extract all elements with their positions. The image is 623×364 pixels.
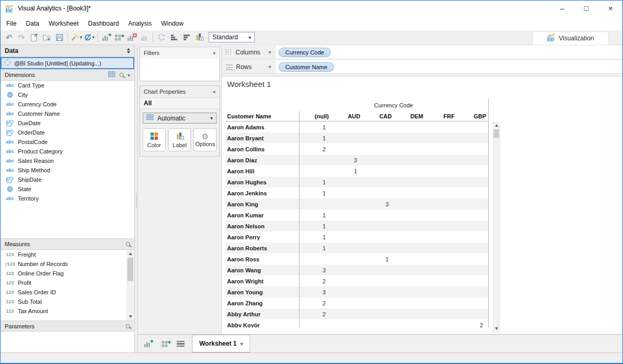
toolbar-undo-button[interactable]: ↶ (3, 31, 15, 43)
table-cell[interactable] (457, 220, 488, 231)
table-cell[interactable] (425, 308, 457, 319)
table-row[interactable]: Aaron Zhang2 (225, 297, 489, 308)
table-cell[interactable] (425, 275, 457, 286)
scrollbar-thumb[interactable] (493, 129, 499, 138)
toolbar-highlight-label-button[interactable] (194, 31, 205, 43)
table-cell[interactable] (394, 209, 425, 220)
table-cell[interactable] (331, 209, 362, 220)
table-cell[interactable] (331, 286, 362, 297)
table-row[interactable]: Aaron Hill1 (225, 166, 489, 177)
table-cell[interactable] (362, 297, 394, 308)
table-cell[interactable] (362, 177, 394, 187)
field-number-of-records[interactable]: ƒ123Number of Records (1, 259, 134, 269)
table-cell[interactable] (362, 286, 394, 297)
field-card-type[interactable]: abcCard Type (1, 81, 134, 90)
table-cell[interactable] (425, 264, 457, 275)
table-cell[interactable] (331, 122, 362, 133)
chevron-down-icon[interactable]: ▾ (127, 72, 130, 78)
table-cell[interactable] (394, 242, 425, 253)
table-cell[interactable] (362, 144, 394, 155)
table-cell[interactable] (457, 177, 488, 187)
pill-currency-code[interactable]: Currency Code (278, 48, 331, 57)
panel-splitter[interactable] (134, 45, 138, 352)
table-cell[interactable] (425, 297, 457, 308)
toolbar-save-button[interactable] (53, 31, 65, 43)
search-icon[interactable] (126, 242, 130, 246)
mark-type-select[interactable]: Automatic ▾ (143, 113, 217, 124)
table-cell[interactable] (457, 122, 488, 133)
toolbar-new-worksheet-button[interactable] (101, 31, 112, 43)
table-cell[interactable]: 1 (299, 242, 331, 253)
toolbar-duplicate-sheet-button[interactable] (138, 31, 150, 43)
field-sales-reason[interactable]: abcSales Reason (1, 156, 134, 166)
table-cell[interactable] (394, 220, 425, 231)
table-cell[interactable] (394, 187, 425, 198)
sort-updown-icon[interactable] (127, 48, 130, 53)
menu-window[interactable]: Window (156, 18, 188, 29)
table-cell[interactable] (457, 275, 488, 286)
table-cell[interactable] (394, 144, 425, 155)
table-row[interactable]: Abby Koyör2 (225, 319, 489, 327)
table-row[interactable]: Aaron King3 (225, 198, 489, 209)
sheet-list-icon[interactable] (177, 341, 185, 347)
table-cell[interactable] (425, 122, 457, 133)
table-cell[interactable] (394, 177, 425, 187)
table-cell[interactable] (425, 133, 457, 144)
search-icon[interactable] (120, 73, 124, 77)
table-cell[interactable] (362, 319, 394, 327)
field-profit[interactable]: 123Profit (1, 278, 134, 288)
field-postalcode[interactable]: abcPostalCode (1, 137, 134, 147)
table-cell[interactable] (362, 166, 394, 177)
table-cell[interactable] (457, 209, 488, 220)
table-row[interactable]: Aaron Wright2 (225, 275, 489, 286)
table-cell[interactable] (394, 231, 425, 242)
rows-shelf-label[interactable]: Rows ▾ (222, 60, 275, 73)
table-cell[interactable] (362, 133, 394, 144)
table-cell[interactable] (425, 155, 457, 166)
toolbar-redo-button[interactable]: ↷ (16, 31, 27, 43)
scroll-down-icon[interactable] (126, 313, 134, 321)
table-cell[interactable] (331, 231, 362, 242)
field-customer-name[interactable]: abcCustomer Name (1, 109, 134, 118)
table-cell[interactable]: 1 (299, 122, 331, 133)
table-cell[interactable] (425, 220, 457, 231)
chevron-down-icon[interactable]: ▾ (213, 50, 216, 56)
menu-dashboard[interactable]: Dashboard (83, 18, 124, 29)
table-cell[interactable] (457, 187, 488, 198)
table-cell[interactable] (425, 198, 457, 209)
table-cell[interactable] (331, 177, 362, 187)
table-cell[interactable]: 2 (299, 275, 331, 286)
chevron-down-icon[interactable]: ▾ (213, 89, 216, 95)
table-row[interactable]: Aaron Kumar1 (225, 209, 489, 220)
table-cell[interactable] (394, 297, 425, 308)
search-icon[interactable] (126, 324, 130, 328)
table-cell[interactable] (457, 286, 488, 297)
table-cell[interactable]: 2 (299, 308, 331, 319)
table-cell[interactable] (394, 264, 425, 275)
table-cell[interactable] (331, 187, 362, 198)
table-cell[interactable] (331, 253, 362, 264)
table-row[interactable]: Aaron Jenkins1 (225, 187, 489, 198)
table-cell[interactable]: 1 (299, 187, 331, 198)
table-cell[interactable] (457, 198, 488, 209)
maximize-button[interactable]: □ (574, 1, 598, 16)
table-row[interactable]: Aaron Roberts1 (225, 242, 489, 253)
field-state[interactable]: State (1, 184, 134, 194)
table-cell[interactable] (394, 253, 425, 264)
table-cell[interactable] (425, 166, 457, 177)
table-cell[interactable] (457, 133, 488, 144)
field-sub-total[interactable]: 123Sub Total (1, 297, 134, 306)
data-source-item[interactable]: @BI Studio [Untitled] (Updating...) (1, 57, 134, 69)
table-cell[interactable] (457, 297, 488, 308)
table-cell[interactable] (425, 253, 457, 264)
table-row[interactable]: Aaron Ross1 (225, 253, 489, 264)
menu-file[interactable]: File (2, 18, 21, 29)
table-cell[interactable] (362, 275, 394, 286)
table-cell[interactable] (362, 155, 394, 166)
table-cell[interactable]: 1 (299, 220, 331, 231)
table-cell[interactable]: 3 (331, 155, 362, 166)
table-cell[interactable] (331, 242, 362, 253)
table-cell[interactable] (331, 144, 362, 155)
table-cell[interactable] (362, 231, 394, 242)
table-cell[interactable] (457, 144, 488, 155)
